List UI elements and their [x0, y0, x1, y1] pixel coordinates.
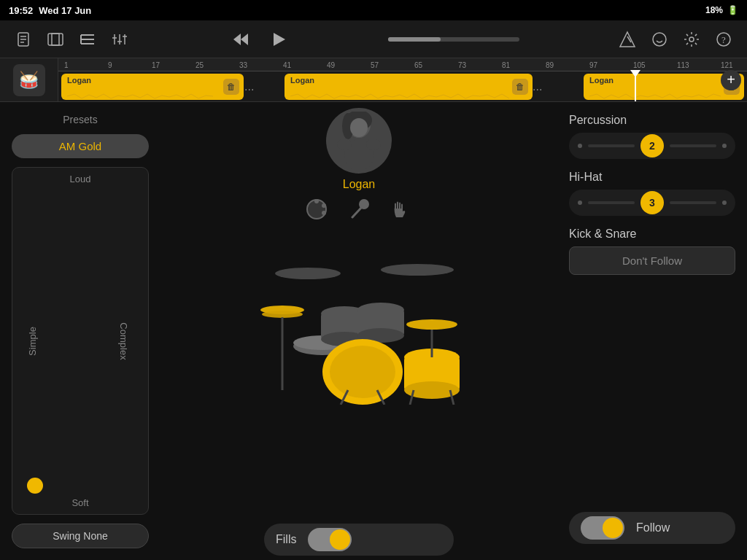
progress-fill — [388, 37, 441, 42]
hihat-dot-left — [578, 201, 582, 205]
follow-toggle[interactable] — [581, 516, 624, 540]
preset-button[interactable]: AM Gold — [12, 134, 149, 158]
percussion-section: Percussion 2 — [569, 114, 735, 159]
segment-2-wave — [290, 90, 511, 97]
segment-3[interactable]: Logan 🗑 — [584, 74, 744, 100]
kick-snare-label: Kick & Snare — [569, 228, 735, 241]
play-button[interactable] — [266, 26, 292, 52]
segment-2[interactable]: Logan 🗑 — [285, 74, 533, 100]
kick-snare-section: Kick & Snare Don't Follow — [569, 228, 735, 275]
svg-point-30 — [337, 139, 352, 150]
hihat-label: Hi-Hat — [569, 171, 735, 184]
main-content: Presets AM Gold Loud Soft Simple Complex… — [0, 102, 747, 560]
style-grid[interactable]: Loud Soft Simple Complex — [12, 167, 149, 515]
settings-icon[interactable] — [680, 28, 703, 51]
svg-point-60 — [406, 319, 457, 330]
drum-kit-svg — [242, 230, 476, 405]
percussion-dot-left — [578, 144, 582, 148]
style-soft-label: Soft — [71, 497, 88, 508]
svg-point-28 — [350, 118, 368, 137]
ruler: 1 9 17 25 33 41 49 57 65 73 81 89 97 105… — [58, 58, 747, 71]
document-icon[interactable] — [12, 28, 35, 51]
drummer-name: Logan — [343, 178, 376, 191]
fills-row: Fills — [160, 519, 557, 560]
svg-point-39 — [381, 264, 454, 276]
status-right: 18% 🔋 — [705, 5, 738, 15]
percussion-track[interactable] — [588, 144, 635, 147]
hihat-knob-row: 3 — [569, 190, 735, 216]
mallet-icon — [347, 197, 371, 227]
battery: 18% — [705, 5, 723, 15]
tracks-row: Logan 🗑 ... Logan 🗑 ... Logan 🗑 — [58, 71, 747, 101]
loop-icon[interactable] — [44, 28, 67, 51]
segment-3-label: Logan — [589, 76, 614, 85]
add-track-button[interactable]: + — [721, 70, 741, 90]
svg-text:?: ? — [721, 34, 726, 45]
hihat-value[interactable]: 3 — [640, 191, 664, 214]
svg-point-41 — [262, 311, 303, 318]
style-loud-label: Loud — [70, 174, 91, 184]
status-bar: 19:52 Wed 17 Jun 18% 🔋 — [0, 0, 747, 20]
help-icon[interactable]: ? — [712, 28, 735, 51]
fills-toggle[interactable] — [308, 528, 352, 551]
transport — [228, 26, 292, 52]
segment-1-label: Logan — [67, 76, 91, 85]
svg-marker-19 — [620, 32, 635, 47]
toolbar-left — [12, 28, 131, 51]
percussion-track-right[interactable] — [670, 144, 716, 147]
hihat-dot-right — [722, 201, 727, 205]
date: Wed 17 Jun — [39, 5, 91, 16]
follow-container: Follow — [569, 512, 735, 544]
segment-1-delete[interactable]: 🗑 — [223, 79, 239, 95]
segment-2-label: Logan — [290, 76, 314, 85]
follow-toggle-knob — [603, 518, 623, 538]
drum-kit — [242, 230, 476, 405]
track-label: 🥁 — [0, 58, 58, 101]
segment-2-delete[interactable]: 🗑 — [512, 79, 528, 95]
segment-3-wave — [589, 90, 722, 97]
svg-marker-17 — [241, 34, 248, 45]
drummer-silhouette — [333, 112, 384, 170]
timeline-scroll[interactable]: 1 9 17 25 33 41 49 57 65 73 81 89 97 105… — [58, 58, 747, 101]
segment-1-wave — [67, 90, 222, 97]
hand-icon — [389, 197, 414, 227]
center-panel: Logan — [160, 102, 557, 560]
swing-button[interactable]: Swing None — [12, 524, 149, 548]
segment-1[interactable]: Logan 🗑 — [61, 74, 244, 100]
playhead-triangle — [630, 70, 640, 77]
rewind-button[interactable] — [228, 26, 254, 52]
hihat-track[interactable] — [588, 201, 635, 204]
toolbar: ? — [0, 20, 747, 58]
follow-label: Follow — [636, 521, 670, 534]
hihat-track-right[interactable] — [670, 201, 716, 204]
svg-line-37 — [352, 208, 361, 217]
fills-container: Fills — [264, 524, 454, 556]
time: 19:52 — [9, 5, 33, 16]
presets-label: Presets — [12, 114, 149, 125]
toolbar-right: ? — [616, 28, 735, 51]
list-icon[interactable] — [76, 28, 99, 51]
svg-point-35 — [322, 211, 326, 215]
speech-icon[interactable] — [648, 28, 671, 51]
style-simple-label: Simple — [27, 327, 38, 356]
mixer-icon[interactable] — [108, 28, 131, 51]
fills-toggle-knob — [330, 529, 350, 550]
svg-point-33 — [314, 199, 319, 203]
dont-follow-button[interactable]: Don't Follow — [569, 246, 735, 275]
status-left: 19:52 Wed 17 Jun — [9, 5, 91, 16]
percussion-value[interactable]: 2 — [640, 134, 664, 158]
style-dot[interactable] — [27, 478, 43, 494]
svg-rect-4 — [48, 34, 63, 45]
percussion-dot-right — [722, 144, 727, 148]
left-panel: Presets AM Gold Loud Soft Simple Complex… — [0, 102, 160, 560]
svg-point-38 — [275, 268, 341, 279]
svg-point-22 — [689, 37, 694, 42]
battery-icon: 🔋 — [727, 5, 738, 15]
playhead[interactable] — [635, 71, 636, 101]
right-panel: Percussion 2 Hi-Hat 3 Kick & Snare — [557, 102, 747, 560]
timeline-area: 🥁 1 9 17 25 33 41 49 57 65 73 81 89 97 1… — [0, 58, 747, 102]
progress-bar[interactable] — [388, 37, 519, 42]
percussion-label: Percussion — [569, 114, 735, 127]
metronome-icon[interactable] — [616, 28, 639, 51]
follow-row: Follow — [569, 508, 735, 548]
